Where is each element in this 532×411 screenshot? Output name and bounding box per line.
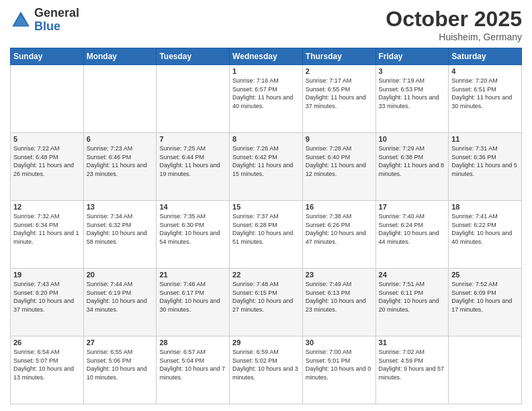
day-number: 18: [451, 203, 519, 211]
calendar-cell: 11Sunrise: 7:31 AMSunset: 6:36 PMDayligh…: [449, 133, 522, 201]
day-number: 12: [13, 203, 81, 211]
calendar-cell: 16Sunrise: 7:38 AMSunset: 6:26 PMDayligh…: [302, 201, 375, 269]
month-title: October 2025: [386, 7, 522, 32]
day-number: 29: [232, 338, 300, 347]
day-info: Sunrise: 7:28 AMSunset: 6:40 PMDaylight:…: [306, 144, 373, 178]
day-number: 20: [87, 271, 154, 279]
day-info: Sunrise: 6:55 AMSunset: 5:06 PMDaylight:…: [87, 348, 154, 381]
calendar-cell: 22Sunrise: 7:48 AMSunset: 6:15 PMDayligh…: [230, 269, 303, 336]
day-number: 11: [451, 135, 519, 143]
day-info: Sunrise: 7:48 AMSunset: 6:15 PMDaylight:…: [232, 280, 300, 314]
calendar-table: SundayMondayTuesdayWednesdayThursdayFrid…: [10, 48, 522, 404]
calendar-cell: 15Sunrise: 7:37 AMSunset: 6:28 PMDayligh…: [230, 201, 303, 269]
day-number: 9: [306, 135, 373, 143]
calendar-cell: 9Sunrise: 7:28 AMSunset: 6:40 PMDaylight…: [302, 133, 375, 201]
calendar-cell: 10Sunrise: 7:29 AMSunset: 6:38 PMDayligh…: [375, 133, 449, 201]
day-number: 1: [232, 67, 300, 75]
day-info: Sunrise: 7:00 AMSunset: 5:01 PMDaylight:…: [306, 348, 373, 381]
day-number: 21: [159, 271, 226, 279]
location: Huisheim, Germany: [386, 32, 522, 42]
weekday-header: Wednesday: [230, 48, 303, 65]
day-number: 17: [379, 203, 446, 211]
weekday-header: Saturday: [449, 48, 522, 65]
calendar-cell: 20Sunrise: 7:44 AMSunset: 6:19 PMDayligh…: [83, 269, 157, 336]
day-info: Sunrise: 7:16 AMSunset: 6:57 PMDaylight:…: [232, 77, 300, 110]
calendar-cell: 18Sunrise: 7:41 AMSunset: 6:22 PMDayligh…: [449, 201, 522, 269]
day-number: 5: [13, 135, 81, 143]
day-info: Sunrise: 6:59 AMSunset: 5:02 PMDaylight:…: [232, 348, 300, 381]
day-info: Sunrise: 7:23 AMSunset: 6:46 PMDaylight:…: [87, 144, 154, 178]
calendar-cell: 4Sunrise: 7:20 AMSunset: 6:51 PMDaylight…: [449, 65, 522, 133]
calendar-week-row: 19Sunrise: 7:43 AMSunset: 6:20 PMDayligh…: [11, 269, 522, 336]
day-info: Sunrise: 7:26 AMSunset: 6:42 PMDaylight:…: [232, 144, 300, 178]
day-number: 25: [451, 271, 519, 279]
day-info: Sunrise: 6:57 AMSunset: 5:04 PMDaylight:…: [159, 348, 226, 381]
day-info: Sunrise: 7:35 AMSunset: 6:30 PMDaylight:…: [159, 212, 226, 246]
title-block: October 2025 Huisheim, Germany: [386, 7, 522, 42]
calendar-cell: 17Sunrise: 7:40 AMSunset: 6:24 PMDayligh…: [375, 201, 449, 269]
calendar-cell: 12Sunrise: 7:32 AMSunset: 6:34 PMDayligh…: [11, 201, 84, 269]
calendar-cell: [11, 65, 84, 133]
day-number: 27: [87, 338, 154, 347]
day-info: Sunrise: 7:38 AMSunset: 6:26 PMDaylight:…: [306, 212, 373, 246]
day-info: Sunrise: 7:34 AMSunset: 6:32 PMDaylight:…: [87, 212, 154, 246]
day-number: 15: [232, 203, 300, 211]
calendar-week-row: 26Sunrise: 6:54 AMSunset: 5:07 PMDayligh…: [11, 336, 522, 404]
calendar-cell: 25Sunrise: 7:52 AMSunset: 6:09 PMDayligh…: [449, 269, 522, 336]
day-info: Sunrise: 7:52 AMSunset: 6:09 PMDaylight:…: [451, 280, 519, 314]
weekday-header: Tuesday: [157, 48, 230, 65]
header: General Blue October 2025 Huisheim, Germ…: [10, 7, 522, 42]
calendar-cell: 31Sunrise: 7:02 AMSunset: 4:59 PMDayligh…: [375, 336, 449, 404]
calendar-cell: [157, 65, 230, 133]
day-info: Sunrise: 7:43 AMSunset: 6:20 PMDaylight:…: [13, 280, 81, 314]
calendar-cell: 1Sunrise: 7:16 AMSunset: 6:57 PMDaylight…: [230, 65, 303, 133]
calendar-cell: 2Sunrise: 7:17 AMSunset: 6:55 PMDaylight…: [302, 65, 375, 133]
day-number: 30: [306, 338, 373, 347]
day-info: Sunrise: 7:49 AMSunset: 6:13 PMDaylight:…: [306, 280, 373, 314]
calendar-cell: [449, 336, 522, 404]
calendar-cell: 30Sunrise: 7:00 AMSunset: 5:01 PMDayligh…: [302, 336, 375, 404]
day-info: Sunrise: 7:31 AMSunset: 6:36 PMDaylight:…: [451, 144, 519, 178]
calendar-week-row: 12Sunrise: 7:32 AMSunset: 6:34 PMDayligh…: [11, 201, 522, 269]
weekday-header: Sunday: [11, 48, 84, 65]
logo-text: General Blue: [34, 7, 79, 34]
day-info: Sunrise: 7:19 AMSunset: 6:53 PMDaylight:…: [379, 77, 446, 110]
day-info: Sunrise: 7:51 AMSunset: 6:11 PMDaylight:…: [379, 280, 446, 314]
day-info: Sunrise: 7:22 AMSunset: 6:48 PMDaylight:…: [13, 144, 81, 178]
calendar-cell: 23Sunrise: 7:49 AMSunset: 6:13 PMDayligh…: [302, 269, 375, 336]
calendar-cell: 8Sunrise: 7:26 AMSunset: 6:42 PMDaylight…: [230, 133, 303, 201]
day-number: 13: [87, 203, 154, 211]
day-number: 31: [379, 338, 446, 347]
weekday-header: Monday: [83, 48, 157, 65]
day-info: Sunrise: 7:46 AMSunset: 6:17 PMDaylight:…: [159, 280, 226, 314]
day-info: Sunrise: 7:02 AMSunset: 4:59 PMDaylight:…: [379, 348, 446, 381]
calendar-cell: 13Sunrise: 7:34 AMSunset: 6:32 PMDayligh…: [83, 201, 157, 269]
day-number: 14: [159, 203, 226, 211]
day-info: Sunrise: 7:44 AMSunset: 6:19 PMDaylight:…: [87, 280, 154, 314]
day-number: 19: [13, 271, 81, 279]
day-number: 4: [451, 67, 519, 75]
calendar-cell: 7Sunrise: 7:25 AMSunset: 6:44 PMDaylight…: [157, 133, 230, 201]
logo: General Blue: [10, 7, 79, 34]
calendar-cell: [83, 65, 157, 133]
day-number: 10: [379, 135, 446, 143]
weekday-header: Thursday: [302, 48, 375, 65]
day-number: 7: [159, 135, 226, 143]
calendar-cell: 29Sunrise: 6:59 AMSunset: 5:02 PMDayligh…: [230, 336, 303, 404]
logo-icon: [10, 9, 32, 31]
calendar-cell: 19Sunrise: 7:43 AMSunset: 6:20 PMDayligh…: [11, 269, 84, 336]
day-number: 23: [306, 271, 373, 279]
day-number: 24: [379, 271, 446, 279]
calendar-cell: 24Sunrise: 7:51 AMSunset: 6:11 PMDayligh…: [375, 269, 449, 336]
day-info: Sunrise: 7:41 AMSunset: 6:22 PMDaylight:…: [451, 212, 519, 246]
calendar-cell: 28Sunrise: 6:57 AMSunset: 5:04 PMDayligh…: [157, 336, 230, 404]
day-info: Sunrise: 7:20 AMSunset: 6:51 PMDaylight:…: [451, 77, 519, 110]
day-number: 16: [306, 203, 373, 211]
logo-blue: Blue: [34, 20, 79, 34]
calendar-cell: 3Sunrise: 7:19 AMSunset: 6:53 PMDaylight…: [375, 65, 449, 133]
day-info: Sunrise: 7:29 AMSunset: 6:38 PMDaylight:…: [379, 144, 446, 178]
weekday-header: Friday: [375, 48, 449, 65]
calendar-cell: 14Sunrise: 7:35 AMSunset: 6:30 PMDayligh…: [157, 201, 230, 269]
day-number: 8: [232, 135, 300, 143]
day-info: Sunrise: 7:40 AMSunset: 6:24 PMDaylight:…: [379, 212, 446, 246]
